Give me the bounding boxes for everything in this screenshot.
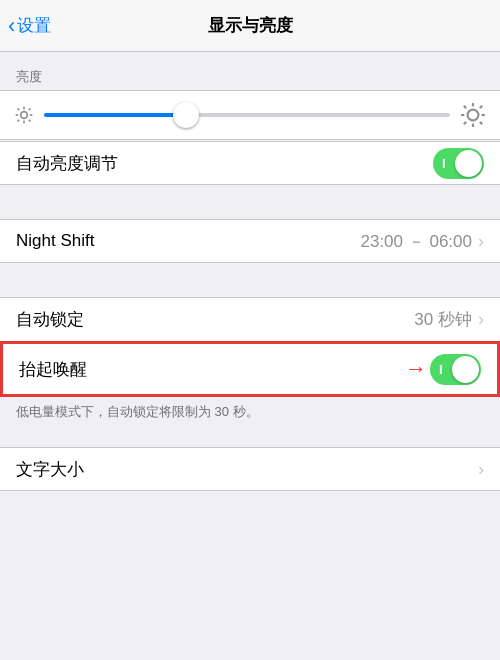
text-size-label: 文字大小 [16,458,478,481]
back-button[interactable]: ‹ 设置 [8,13,51,39]
brightness-group-label: 亮度 [0,62,500,90]
text-size-chevron-icon: › [478,459,484,480]
raise-toggle-on-indicator: I [439,362,443,377]
svg-line-16 [464,122,466,124]
auto-lock-row[interactable]: 自动锁定 30 秒钟 › [0,297,500,341]
svg-line-8 [29,109,31,111]
gap3 [0,263,500,297]
auto-brightness-label: 自动亮度调节 [16,152,433,175]
svg-line-15 [480,122,482,124]
footer-note: 低电量模式下，自动锁定将限制为 30 秒。 [0,397,500,427]
auto-lock-value: 30 秒钟 [414,308,472,331]
red-arrow-icon: → [405,356,427,382]
svg-point-0 [21,112,28,119]
brightness-slider-row[interactable] [0,90,500,140]
night-shift-chevron-icon: › [478,231,484,252]
gap4 [0,427,500,447]
night-shift-label: Night Shift [16,231,360,251]
brightness-track[interactable] [44,113,450,117]
raise-to-wake-label: 抬起唤醒 [19,358,430,381]
night-shift-value: 23:00 － 06:00 [360,230,472,253]
raise-to-wake-toggle[interactable]: I [430,354,481,385]
raise-to-wake-row[interactable]: 抬起唤醒 → I [3,344,497,394]
back-chevron-icon: ‹ [8,13,15,39]
svg-line-7 [18,120,20,122]
svg-line-17 [480,106,482,108]
svg-line-6 [29,120,31,122]
svg-line-14 [464,106,466,108]
sun-large-icon [460,102,486,128]
raise-to-wake-highlight: 抬起唤醒 → I [0,341,500,397]
brightness-thumb[interactable] [173,102,199,128]
toggle-on-indicator: I [442,156,446,171]
auto-brightness-row[interactable]: 自动亮度调节 I [0,141,500,185]
header: ‹ 设置 显示与亮度 [0,0,500,52]
gap2 [0,185,500,219]
svg-point-9 [468,110,479,121]
night-shift-row[interactable]: Night Shift 23:00 － 06:00 › [0,219,500,263]
gap1 [0,52,500,62]
text-size-row[interactable]: 文字大小 › [0,447,500,491]
page-title: 显示与亮度 [208,14,293,37]
svg-line-5 [18,109,20,111]
toggle-knob [455,150,482,177]
auto-lock-label: 自动锁定 [16,308,414,331]
back-label: 设置 [17,14,51,37]
sun-small-icon [14,105,34,125]
auto-lock-chevron-icon: › [478,309,484,330]
auto-brightness-toggle[interactable]: I [433,148,484,179]
brightness-fill [44,113,186,117]
raise-toggle-knob [452,356,479,383]
